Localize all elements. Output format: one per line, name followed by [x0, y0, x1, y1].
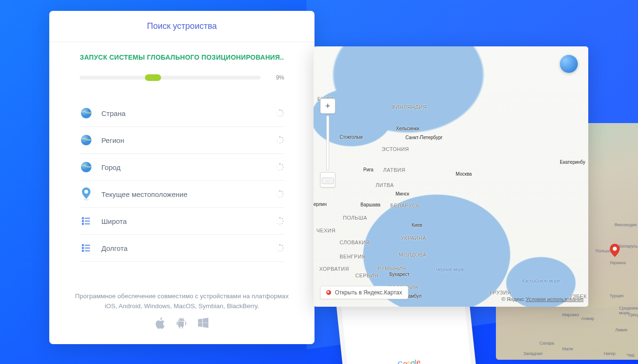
progress-bar	[80, 76, 261, 80]
svg-point-32	[283, 194, 284, 195]
map-label-country: РУМЫНИЯ	[377, 266, 406, 271]
svg-point-31	[282, 191, 283, 192]
svg-point-0	[613, 247, 617, 251]
terms-link[interactable]: Условия использования	[526, 296, 584, 302]
loading-spinner-icon	[276, 190, 284, 198]
map-label-city: Бухарест	[389, 272, 410, 277]
status-text: ЗАПУСК СИСТЕМЫ ГЛОБАЛЬНОГО ПОЗИЦИОНИРОВА…	[80, 53, 284, 61]
svg-point-33	[282, 196, 283, 197]
svg-point-13	[283, 140, 284, 141]
svg-point-16	[277, 142, 278, 143]
svg-point-63	[277, 250, 278, 251]
svg-point-27	[277, 164, 278, 165]
svg-point-15	[279, 143, 280, 144]
svg-point-40	[82, 221, 84, 222]
field-row: Страна	[80, 100, 284, 127]
background-map-marker-icon	[610, 244, 620, 257]
svg-point-46	[283, 221, 284, 222]
globe-view-button[interactable]	[560, 55, 578, 73]
globe-icon	[80, 133, 93, 147]
zoom-slider-handle[interactable]: :::	[322, 178, 334, 184]
field-row: Широта	[80, 208, 284, 235]
svg-point-60	[283, 248, 284, 249]
map-label-city: Москва	[456, 171, 472, 177]
svg-point-35	[277, 196, 278, 197]
svg-point-24	[279, 170, 280, 171]
zoom-controls: + ::: −	[320, 98, 335, 187]
zoom-slider-track[interactable]: :::	[326, 115, 329, 170]
svg-point-2	[279, 109, 280, 110]
field-row: Долгота	[80, 235, 284, 262]
map-label-country: ГРУЗИЯ	[490, 290, 511, 295]
loading-spinner-icon	[276, 163, 284, 171]
svg-point-59	[282, 245, 283, 246]
svg-point-9	[277, 110, 278, 111]
open-in-yandex-link[interactable]: Открыть в Яндекс.Картах	[320, 286, 408, 299]
bg-map-label: Беларусь	[619, 244, 638, 249]
svg-point-48	[279, 224, 280, 225]
svg-point-64	[277, 248, 278, 249]
apple-icon	[155, 318, 165, 332]
field-label: Текущее местоположение	[101, 190, 267, 198]
field-label: Страна	[101, 109, 267, 117]
bg-map-label: Алжир	[581, 316, 594, 321]
field-label: Широта	[101, 217, 267, 225]
map-label-country: МОЛДОВА	[399, 252, 427, 257]
svg-point-28	[84, 190, 88, 194]
svg-point-22	[283, 167, 284, 168]
loading-spinner-icon	[276, 217, 284, 225]
svg-point-38	[82, 218, 84, 219]
svg-point-30	[279, 190, 280, 191]
globe-icon	[80, 107, 93, 120]
map-label-country: ЛАТВИЯ	[383, 167, 405, 173]
bg-map-label: Финляндия	[614, 222, 637, 227]
svg-point-25	[277, 169, 278, 170]
bg-map-label: Средиземное море	[619, 306, 638, 315]
map-label-country: ПОЛЬША	[343, 215, 367, 221]
globe-icon	[80, 160, 93, 174]
map-label-country: БЕЛАРУСЬ	[390, 203, 420, 208]
map-label-country: УКРАИНА	[401, 235, 426, 241]
bg-map-label: Западная	[523, 351, 542, 356]
svg-point-6	[279, 116, 280, 117]
map-label-country: ЛИТВА	[376, 182, 394, 188]
svg-point-18	[277, 137, 278, 138]
svg-point-42	[82, 223, 84, 225]
field-label: Город	[101, 163, 267, 171]
bg-map-label: Украина	[610, 260, 626, 265]
svg-point-23	[282, 169, 283, 170]
svg-point-29	[83, 199, 89, 201]
map-pin-icon	[326, 290, 331, 295]
list-icon	[80, 241, 93, 255]
bg-map-label: Мали	[562, 346, 573, 351]
field-label: Долгота	[101, 244, 267, 252]
progress-percent: 9%	[270, 74, 284, 81]
loading-spinner-icon	[276, 136, 284, 144]
field-row: Текущее местоположение	[80, 181, 284, 208]
svg-point-11	[279, 136, 280, 137]
svg-point-4	[283, 113, 284, 114]
device-search-panel: Поиск устроиства ЗАПУСК СИСТЕМЫ ГЛОБАЛЬН…	[49, 11, 315, 344]
svg-point-50	[277, 221, 278, 222]
map-label-country: ХОРВАТИЯ	[319, 266, 349, 272]
zoom-in-button[interactable]: +	[320, 98, 335, 114]
svg-point-20	[279, 163, 280, 164]
svg-point-12	[282, 137, 283, 138]
map-card[interactable]: ФИНЛЯНДИЯЭСТОНИЯЛАТВИЯЛИТВАБЕЛАРУСЬПОЛЬШ…	[314, 46, 588, 307]
svg-point-45	[282, 218, 283, 219]
pin-icon	[80, 187, 93, 201]
svg-point-26	[277, 167, 278, 168]
svg-point-44	[279, 217, 280, 218]
svg-point-51	[277, 218, 278, 219]
progress-knob	[145, 74, 161, 81]
map-label-city: Киев	[412, 222, 422, 228]
svg-point-61	[282, 250, 283, 251]
field-row: Регион	[80, 127, 284, 154]
map-label-city: Варшава	[360, 202, 380, 207]
android-icon	[176, 318, 187, 332]
panel-title: Поиск устроиства	[49, 11, 315, 42]
svg-point-49	[277, 223, 278, 224]
windows-icon	[198, 318, 208, 332]
svg-point-37	[277, 191, 278, 192]
map-label-country: СЕРБИЯ	[355, 273, 378, 278]
